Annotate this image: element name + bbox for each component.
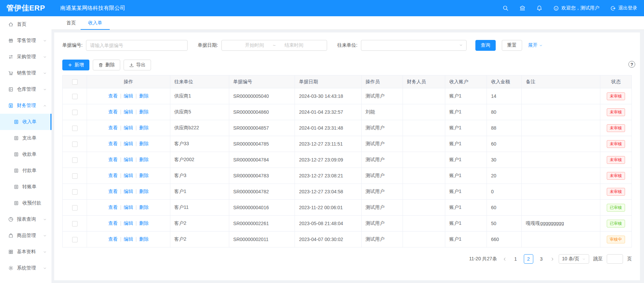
sidebar-subitem-receipt[interactable]: 收款单 bbox=[0, 146, 51, 162]
logout-button[interactable]: 退出登录 bbox=[610, 5, 637, 11]
delete-link[interactable]: 删除 bbox=[139, 204, 149, 210]
sidebar-item-system[interactable]: 系统管理 bbox=[0, 260, 51, 276]
delete-link[interactable]: 删除 bbox=[139, 93, 149, 99]
view-link[interactable]: 查看 bbox=[108, 141, 118, 146]
edit-link[interactable]: 编辑 bbox=[124, 93, 133, 99]
search-button[interactable]: 查询 bbox=[475, 40, 496, 51]
sidebar-item-goods[interactable]: 商品管理 bbox=[0, 227, 51, 244]
bill-no-input[interactable] bbox=[86, 40, 188, 51]
delete-link[interactable]: 删除 bbox=[139, 236, 149, 242]
view-link[interactable]: 查看 bbox=[108, 189, 118, 194]
view-link[interactable]: 查看 bbox=[108, 173, 118, 178]
bell-icon[interactable] bbox=[536, 5, 542, 11]
cell-remark bbox=[522, 184, 600, 200]
view-link[interactable]: 查看 bbox=[108, 236, 118, 242]
row-checkbox[interactable] bbox=[72, 110, 78, 115]
sidebar-item-finance[interactable]: 财务管理 bbox=[0, 97, 51, 114]
sidebar-subitem-label: 收预付款 bbox=[22, 200, 47, 206]
edit-link[interactable]: 编辑 bbox=[124, 173, 133, 178]
edit-link[interactable]: 编辑 bbox=[124, 141, 133, 146]
sidebar-subitem-transfer[interactable]: 转账单 bbox=[0, 179, 51, 195]
sidebar-item-sales[interactable]: 销售管理 bbox=[0, 65, 51, 81]
chevron-down-icon bbox=[43, 266, 47, 270]
sidebar-subitem-income[interactable]: 收入单 bbox=[0, 114, 51, 130]
row-checkbox[interactable] bbox=[72, 142, 78, 147]
bag-icon bbox=[8, 233, 14, 238]
page-button-2[interactable]: 2 bbox=[524, 254, 533, 264]
search-icon[interactable] bbox=[502, 5, 509, 11]
page-button-1[interactable]: 1 bbox=[511, 254, 520, 264]
row-checkbox[interactable] bbox=[72, 157, 78, 163]
logout-text: 退出登录 bbox=[618, 5, 637, 11]
edit-link[interactable]: 编辑 bbox=[124, 189, 133, 194]
next-page-button[interactable] bbox=[550, 257, 555, 261]
cell-partner: 客户11 bbox=[170, 200, 229, 216]
add-button[interactable]: 新增 bbox=[62, 60, 89, 70]
sidebar-subitem-prepaid[interactable]: 收预付款 bbox=[0, 195, 51, 211]
chevron-down-icon bbox=[43, 55, 47, 59]
app-logo: 管伊佳ERP bbox=[0, 3, 51, 13]
tab-income[interactable]: 收入单 bbox=[88, 16, 102, 29]
sidebar-subitem-payment[interactable]: 付款单 bbox=[0, 162, 51, 179]
sidebar-item-warehouse[interactable]: 仓库管理 bbox=[0, 81, 51, 97]
reset-button[interactable]: 重置 bbox=[502, 40, 522, 51]
view-link[interactable]: 查看 bbox=[108, 125, 118, 130]
cell-finance-staff bbox=[403, 88, 445, 104]
page-size-select[interactable]: 10 条/页 bbox=[559, 254, 589, 264]
edit-link[interactable]: 编辑 bbox=[124, 109, 133, 114]
prev-page-button[interactable] bbox=[502, 257, 507, 261]
date-range-picker[interactable]: 开始时间 ~ 结束时间 bbox=[221, 40, 327, 51]
sidebar-subitem-expense[interactable]: 支出单 bbox=[0, 130, 51, 146]
delete-button[interactable]: 删除 bbox=[93, 60, 120, 70]
chevron-down-icon bbox=[43, 234, 47, 238]
row-checkbox[interactable] bbox=[72, 94, 78, 99]
action-separator: | bbox=[135, 204, 137, 210]
edit-link[interactable]: 编辑 bbox=[124, 236, 133, 242]
help-icon[interactable]: ? bbox=[628, 61, 635, 68]
sidebar-item-reports[interactable]: 报表查询 bbox=[0, 211, 51, 227]
home-icon bbox=[8, 22, 14, 27]
row-checkbox[interactable] bbox=[72, 237, 78, 242]
delete-link[interactable]: 删除 bbox=[139, 125, 149, 130]
expand-link[interactable]: 展开 bbox=[528, 42, 543, 48]
delete-link[interactable]: 删除 bbox=[139, 173, 149, 178]
row-checkbox[interactable] bbox=[72, 189, 78, 195]
partner-label: 往来单位: bbox=[337, 42, 358, 48]
view-link[interactable]: 查看 bbox=[108, 204, 118, 210]
edit-link[interactable]: 编辑 bbox=[124, 157, 133, 162]
delete-link[interactable]: 删除 bbox=[139, 141, 149, 146]
row-checkbox[interactable] bbox=[72, 126, 78, 131]
export-button[interactable]: 导出 bbox=[124, 60, 151, 70]
row-checkbox[interactable] bbox=[72, 173, 78, 179]
chevron-down-icon bbox=[43, 250, 47, 254]
user-welcome[interactable]: 欢迎您，测试用户 bbox=[553, 5, 599, 11]
sidebar-subitem-label: 收入单 bbox=[22, 119, 47, 125]
partner-select[interactable] bbox=[361, 40, 467, 51]
row-checkbox[interactable] bbox=[72, 205, 78, 211]
action-separator: | bbox=[120, 189, 122, 194]
page-button-3[interactable]: 3 bbox=[537, 254, 546, 264]
sidebar-item-basic[interactable]: 基本资料 bbox=[0, 244, 51, 260]
sidebar-item-retail[interactable]: 零售管理 bbox=[0, 32, 51, 49]
edit-link[interactable]: 编辑 bbox=[124, 220, 133, 226]
view-link[interactable]: 查看 bbox=[108, 157, 118, 162]
edit-link[interactable]: 编辑 bbox=[124, 204, 133, 210]
delete-link[interactable]: 删除 bbox=[139, 157, 149, 162]
delete-link[interactable]: 删除 bbox=[139, 109, 149, 114]
table-row: 查看|编辑|删除客户3SR000000047832023-12-27 23:08… bbox=[63, 168, 632, 184]
select-all-checkbox[interactable] bbox=[72, 79, 78, 85]
delete-link[interactable]: 删除 bbox=[139, 220, 149, 226]
view-link[interactable]: 查看 bbox=[108, 109, 118, 114]
view-link[interactable]: 查看 bbox=[108, 93, 118, 99]
sidebar-item-home[interactable]: 首页 bbox=[0, 16, 51, 32]
cell-amount: 660 bbox=[487, 232, 522, 247]
jump-page-input[interactable] bbox=[607, 254, 623, 264]
doc-icon bbox=[14, 152, 19, 157]
row-checkbox[interactable] bbox=[72, 221, 78, 226]
bank-icon[interactable] bbox=[519, 5, 525, 11]
sidebar-item-purchase[interactable]: 采购管理 bbox=[0, 49, 51, 65]
delete-link[interactable]: 删除 bbox=[139, 189, 149, 194]
view-link[interactable]: 查看 bbox=[108, 220, 118, 226]
edit-link[interactable]: 编辑 bbox=[124, 125, 133, 130]
tab-home[interactable]: 首页 bbox=[66, 16, 76, 29]
